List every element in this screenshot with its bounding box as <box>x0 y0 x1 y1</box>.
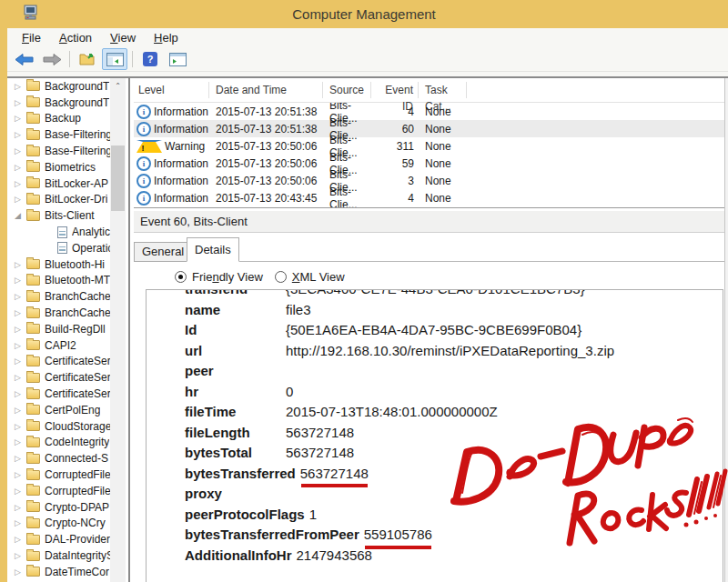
tree-item[interactable]: ▷ Bluetooth-MT <box>7 273 110 289</box>
event-row[interactable]: Warning 2015-07-13 20:50:06 Bits-Clie...… <box>134 137 725 155</box>
expand-collapse-icon[interactable]: ▷ <box>15 356 26 366</box>
tree-item[interactable]: ▷ BackgroundT <box>7 95 110 111</box>
tree-item[interactable]: ▷ Base-Filtering <box>7 143 110 159</box>
radio-button-icon[interactable] <box>275 271 287 283</box>
expand-collapse-icon[interactable]: ▷ <box>15 292 26 301</box>
column-header-source[interactable]: Source <box>323 82 371 98</box>
expand-collapse-icon[interactable]: ▷ <box>15 325 26 334</box>
expand-collapse-icon[interactable]: ▷ <box>15 503 26 512</box>
tree-item[interactable]: ◢ Bits-Client <box>7 207 110 224</box>
back-button[interactable] <box>12 48 37 70</box>
detail-label: peer <box>185 361 286 382</box>
expand-collapse-icon[interactable]: ▷ <box>15 454 26 463</box>
tree-item[interactable]: Operational <box>7 240 110 256</box>
tree-item[interactable]: ▷ CAPI2 <box>7 337 110 354</box>
menu-item[interactable]: File <box>13 28 50 47</box>
detail-row: fileLength 563727148 <box>185 423 723 444</box>
tree-item[interactable]: ▷ CertificateSer <box>7 354 110 370</box>
radio-button-icon[interactable] <box>175 271 187 283</box>
expand-collapse-icon[interactable]: ▷ <box>15 195 26 204</box>
tree-item[interactable]: ▷ Build-RegDll <box>7 321 110 337</box>
pane-divider[interactable] <box>128 76 130 582</box>
tree-item[interactable]: ▷ CertificateSer <box>7 386 110 402</box>
scroll-up-arrow[interactable]: ⌃ <box>110 78 126 93</box>
show-hide-action-pane-button[interactable] <box>165 48 190 70</box>
expand-collapse-icon[interactable]: ▷ <box>15 422 26 431</box>
tree-item[interactable]: ▷ BitLocker-AP <box>7 176 110 192</box>
help-button[interactable]: ? <box>137 48 163 70</box>
event-datetime: 2015-07-13 20:51:38 <box>209 123 323 135</box>
view-option[interactable]: XML View <box>275 270 345 284</box>
scrollbar-thumb[interactable] <box>111 146 125 211</box>
menu-item[interactable]: Action <box>50 28 101 47</box>
show-hide-console-tree-button[interactable] <box>102 48 127 70</box>
tree-item[interactable]: ▷ Crypto-NCry <box>7 516 110 532</box>
tree-item[interactable]: ▷ CorruptedFile <box>7 483 110 499</box>
tree-item[interactable]: ▷ CodeIntegrity <box>7 435 110 451</box>
tree-item[interactable]: ▷ CorruptedFile <box>7 467 110 483</box>
tree-node-icon <box>57 226 67 238</box>
expand-collapse-icon[interactable]: ▷ <box>15 276 26 285</box>
tree-item[interactable]: ▷ CertPolEng <box>7 402 110 418</box>
detail-value: 563727148 <box>286 443 354 464</box>
detail-tab[interactable]: General <box>134 242 192 262</box>
expand-collapse-icon[interactable]: ▷ <box>15 470 26 479</box>
tree-scrollbar[interactable]: ⌃ <box>110 78 126 582</box>
expand-collapse-icon[interactable]: ▷ <box>15 260 26 269</box>
expand-collapse-icon[interactable]: ▷ <box>15 567 26 577</box>
tree-item[interactable]: ▷ BranchCache <box>7 288 110 305</box>
view-option[interactable]: Friendly View <box>175 270 263 284</box>
tree-item[interactable]: ▷ CloudStorage <box>7 418 110 435</box>
tree-item[interactable]: ▷ Bluetooth-Hi <box>7 256 110 273</box>
expand-collapse-icon[interactable]: ▷ <box>15 406 26 415</box>
forward-button[interactable] <box>39 48 65 70</box>
column-header-event-id[interactable]: Event ID <box>371 82 419 98</box>
expand-collapse-icon[interactable]: ▷ <box>15 146 26 156</box>
tree-item[interactable]: ▷ BranchCache <box>7 305 110 321</box>
friendly-view-content[interactable]: transferId {3ECA3400-CE7E-44B3-CEA0-D101… <box>146 289 723 582</box>
tree-item[interactable]: ▷ DateTimeCor <box>7 564 110 580</box>
tree-item[interactable]: ▷ Base-Filtering <box>7 126 110 143</box>
expand-collapse-icon[interactable]: ◢ <box>15 211 26 220</box>
expand-collapse-icon[interactable]: ▷ <box>15 130 26 139</box>
expand-collapse-icon[interactable]: ▷ <box>15 535 26 544</box>
tree-item[interactable]: ▷ Crypto-DPAP <box>7 499 110 516</box>
expand-collapse-icon[interactable]: ▷ <box>15 179 26 188</box>
tree-item[interactable]: ▷ DAL-Provider <box>7 531 110 547</box>
tree-item[interactable]: ▷ Connected-S <box>7 450 110 467</box>
tree-item[interactable]: ▷ Backup <box>7 111 110 127</box>
expand-collapse-icon[interactable]: ▷ <box>15 551 26 560</box>
event-row[interactable]: Information 2015-07-13 20:50:06 Bits-Cli… <box>134 172 725 189</box>
expand-collapse-icon[interactable]: ▷ <box>15 389 26 398</box>
expand-collapse-icon[interactable]: ▷ <box>15 487 26 496</box>
expand-collapse-icon[interactable]: ▷ <box>15 373 26 382</box>
event-row[interactable]: Information 2015-07-13 20:51:38 Bits-Cli… <box>134 120 725 137</box>
column-header-date[interactable]: Date and Time <box>209 82 323 98</box>
expand-collapse-icon[interactable]: ▷ <box>15 163 26 172</box>
expand-collapse-icon[interactable]: ▷ <box>15 82 26 91</box>
tree-item[interactable]: Analytic <box>7 224 110 240</box>
tree-item[interactable]: ▷ Biometrics <box>7 159 110 176</box>
column-header-task-category[interactable]: Task Cat... <box>419 82 467 98</box>
detail-tab[interactable]: Details <box>187 237 239 262</box>
expand-collapse-icon[interactable]: ▷ <box>15 341 26 350</box>
expand-collapse-icon[interactable]: ▷ <box>15 114 26 123</box>
expand-collapse-icon[interactable]: ▷ <box>15 437 26 447</box>
event-datetime: 2015-07-13 20:51:38 <box>209 105 323 118</box>
tree-item[interactable]: ▷ BitLocker-Dri <box>7 192 110 208</box>
expand-collapse-icon[interactable]: ▷ <box>15 98 26 107</box>
expand-collapse-icon[interactable]: ▷ <box>15 308 26 317</box>
event-row[interactable]: Information 2015-07-13 20:51:38 Bits-Cli… <box>134 103 725 120</box>
export-list-button[interactable] <box>75 48 100 70</box>
event-row[interactable]: Information 2015-07-13 20:50:06 Bits-Cli… <box>134 155 725 172</box>
expand-collapse-icon[interactable]: ▷ <box>15 518 26 527</box>
tree-item[interactable]: ▷ DataIntegrityS <box>7 547 110 564</box>
menu-item[interactable]: View <box>101 28 145 47</box>
tree-item[interactable]: ▷ BackgroundT <box>7 78 110 95</box>
title-bar[interactable]: Computer Management <box>0 0 728 28</box>
column-header-level[interactable]: Level <box>134 82 209 98</box>
event-row[interactable]: Information 2015-07-13 20:43:45 Bits-Cli… <box>134 189 725 206</box>
menu-item[interactable]: Help <box>145 28 187 47</box>
tree-node-icon <box>26 454 40 464</box>
tree-item[interactable]: ▷ CertificateSer <box>7 369 110 386</box>
